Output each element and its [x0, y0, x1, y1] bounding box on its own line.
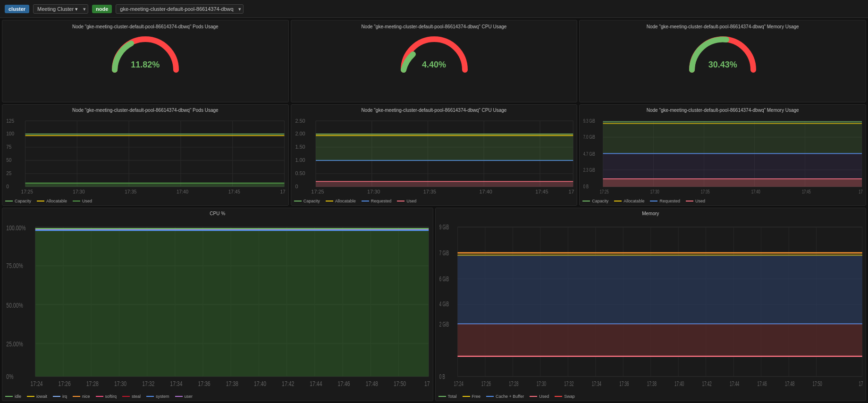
svg-text:17:28: 17:28	[86, 379, 99, 388]
svg-text:6 GiB: 6 GiB	[439, 275, 448, 283]
svg-text:17:28: 17:28	[509, 380, 518, 388]
legend-item: Used	[530, 394, 549, 399]
svg-text:17:45: 17:45	[802, 189, 811, 194]
svg-marker-49	[316, 135, 573, 160]
bottom-chart-area-mem: 0 B 2 GiB 4 GiB 6 GiB 7 GiB 9 GiB 17:24 …	[438, 219, 863, 393]
svg-text:2.3 GiB: 2.3 GiB	[583, 168, 595, 173]
svg-text:0 B: 0 B	[439, 372, 445, 381]
legend-label: Free	[472, 394, 481, 399]
node-select[interactable]: gke-meeting-cluster-default-pool-8661437…	[116, 4, 244, 14]
svg-text:17:30: 17:30	[367, 190, 380, 195]
legend-label: Allocatable	[624, 199, 644, 203]
cluster-select[interactable]: Meeting Cluster ▾	[33, 4, 88, 14]
legend-item: Total	[438, 394, 457, 399]
legend-item: idle	[5, 394, 21, 399]
gauge-panel-pods: Node "gke-meeting-cluster-default-pool-8…	[2, 20, 289, 102]
legend-label: Used	[695, 199, 705, 203]
bottom-svg-cpu: 0% 25.00% 50.00% 75.00% 100.00% 17:24 17…	[5, 219, 430, 393]
svg-text:17:38: 17:38	[647, 380, 656, 388]
chart-title-mem-ts: Node "gke-meeting-cluster-default-pool-8…	[582, 108, 863, 113]
svg-text:17:36: 17:36	[198, 379, 211, 388]
svg-text:17:40: 17:40	[479, 190, 492, 195]
svg-marker-18	[25, 183, 285, 187]
gauge-viz-memory: 30.43%	[685, 32, 760, 75]
legend-color	[37, 201, 44, 202]
legend-color	[555, 396, 562, 397]
svg-text:9 GiB: 9 GiB	[439, 223, 448, 231]
svg-text:17:32: 17:32	[564, 380, 573, 388]
legend-label: Capacity	[303, 199, 320, 203]
legend-item: steal	[122, 394, 141, 399]
legend-mem-bottom: Total Free Cache + Buffer Used Swap	[438, 394, 863, 399]
chart-svg-pods: 0 25 50 75 100 125 17:25 17:30 17:35 17:…	[5, 116, 286, 197]
svg-text:17:52: 17:52	[859, 380, 863, 388]
cluster-badge: cluster	[5, 5, 29, 13]
topbar: cluster Meeting Cluster ▾ node gke-meeti…	[0, 0, 868, 18]
svg-text:17:40: 17:40	[177, 189, 189, 194]
chart-title-pods-ts: Node "gke-meeting-cluster-default-pool-8…	[5, 108, 286, 113]
legend-label: Allocatable	[46, 199, 67, 203]
svg-marker-75	[603, 124, 862, 154]
legend-item: system	[146, 394, 169, 399]
legend-label: Capacity	[592, 199, 608, 203]
cluster-select-wrap[interactable]: Meeting Cluster ▾	[33, 4, 88, 14]
timeseries-row: Node "gke-meeting-cluster-default-pool-8…	[2, 104, 866, 206]
legend-color	[362, 201, 369, 202]
node-badge: node	[92, 5, 112, 13]
legend-color	[73, 201, 80, 202]
legend-color	[530, 396, 537, 397]
svg-text:1.50: 1.50	[295, 145, 305, 150]
legend-color	[5, 201, 13, 202]
svg-text:4.7 GiB: 4.7 GiB	[583, 151, 595, 157]
svg-marker-45	[316, 134, 573, 135]
legend-item: nice	[73, 394, 90, 399]
legend-label: Total	[448, 394, 457, 399]
svg-text:0.50: 0.50	[295, 171, 305, 176]
chart-panel-mem-ts: Node "gke-meeting-cluster-default-pool-8…	[579, 104, 866, 206]
legend-label: iowait	[36, 394, 47, 399]
legend-color	[294, 201, 302, 202]
gauge-panel-memory: Node "gke-meeting-cluster-default-pool-8…	[579, 20, 866, 102]
svg-marker-48	[316, 182, 573, 187]
gauge-title-pods: Node "gke-meeting-cluster-default-pool-8…	[72, 24, 219, 29]
legend-color	[73, 396, 80, 397]
legend-color	[146, 396, 154, 397]
legend-item: irq	[53, 394, 67, 399]
svg-text:17:35: 17:35	[423, 190, 436, 195]
svg-text:125: 125	[6, 118, 14, 124]
node-select-wrap[interactable]: gke-meeting-cluster-default-pool-8661437…	[116, 4, 244, 14]
svg-text:17:25: 17:25	[600, 189, 609, 194]
svg-text:17:42: 17:42	[702, 380, 711, 388]
svg-text:17:30: 17:30	[114, 379, 126, 388]
bottom-panel-cpu: CPU %	[2, 208, 433, 401]
svg-text:17:48: 17:48	[366, 379, 378, 388]
bottom-title-cpu: CPU %	[5, 211, 430, 216]
svg-text:0: 0	[295, 184, 298, 189]
svg-text:50.00%: 50.00%	[6, 301, 23, 310]
legend-color	[686, 201, 693, 202]
svg-text:17:50: 17:50	[568, 190, 574, 195]
legend-label: Capacity	[15, 199, 31, 203]
svg-text:75: 75	[6, 144, 12, 150]
legend-item: Allocatable	[614, 199, 644, 203]
chart-panel-cpu-ts: Node "gke-meeting-cluster-default-pool-8…	[291, 104, 578, 206]
svg-text:2 GiB: 2 GiB	[439, 320, 448, 328]
legend-color	[438, 396, 446, 397]
svg-text:17:52: 17:52	[424, 379, 430, 388]
svg-marker-111	[35, 229, 429, 377]
legend-label: Cache + Buffer	[496, 394, 524, 399]
legend-label: steal	[132, 394, 141, 399]
svg-text:2.00: 2.00	[295, 132, 305, 137]
gauge-panel-cpu: Node "gke-meeting-cluster-default-pool-8…	[291, 20, 578, 102]
legend-color	[614, 201, 622, 202]
svg-text:17:30: 17:30	[536, 380, 546, 388]
legend-item: Capacity	[5, 199, 31, 203]
gauge-value-pods: 11.82%	[131, 60, 160, 70]
svg-marker-158	[457, 255, 862, 324]
svg-text:17:25: 17:25	[311, 190, 324, 195]
svg-text:17:48: 17:48	[784, 380, 794, 388]
svg-text:17:30: 17:30	[650, 189, 659, 194]
legend-label: Used	[406, 199, 416, 203]
main-content: Node "gke-meeting-cluster-default-pool-8…	[0, 18, 868, 403]
svg-text:17:50: 17:50	[859, 189, 863, 194]
